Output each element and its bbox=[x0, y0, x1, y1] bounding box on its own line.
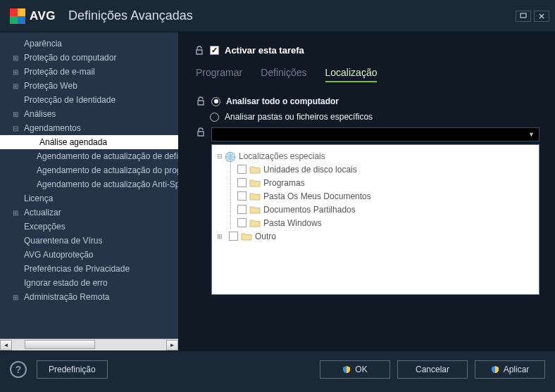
folder-icon bbox=[249, 165, 261, 175]
sidebar-item[interactable]: ⊞AVG Autoproteção bbox=[0, 248, 178, 262]
location-item[interactable]: Unidades de disco locais bbox=[215, 163, 536, 176]
location-label: Documentos Partilhados bbox=[263, 205, 356, 215]
location-item[interactable]: Documentos Partilhados bbox=[215, 203, 536, 216]
shield-icon bbox=[342, 365, 351, 374]
expand-icon[interactable]: ⊞ bbox=[11, 53, 20, 62]
location-item[interactable]: Pasta Os Meus Documentos bbox=[215, 189, 536, 203]
locations-panel: ⊟Localizações especiaisUnidades de disco… bbox=[211, 144, 540, 295]
ok-button[interactable]: OK bbox=[320, 360, 390, 379]
sidebar-item[interactable]: ⊞Excepções bbox=[0, 220, 178, 234]
tree-line bbox=[225, 163, 237, 176]
radio-whole-computer[interactable] bbox=[211, 97, 220, 106]
sidebar-item[interactable]: ⊞Proteção do computador bbox=[0, 51, 178, 65]
path-combo[interactable]: ▼ bbox=[211, 127, 540, 141]
sidebar-item[interactable]: ⊞Protecção de Identidade bbox=[0, 93, 178, 107]
tab[interactable]: Localização bbox=[325, 67, 378, 82]
activate-checkbox[interactable]: ✓ bbox=[210, 46, 219, 55]
expand-icon[interactable]: ⊞ bbox=[11, 110, 20, 118]
folder-icon bbox=[249, 191, 261, 201]
sidebar-item-label: Administração Remota bbox=[24, 292, 109, 302]
sidebar-item[interactable]: ⊞Proteção Web bbox=[0, 79, 178, 93]
sidebar-item[interactable]: ⊞Actualizar bbox=[0, 206, 178, 220]
location-root[interactable]: ⊟Localizações especiais bbox=[215, 149, 536, 163]
svg-rect-4 bbox=[520, 13, 526, 18]
tab[interactable]: Programar bbox=[196, 67, 242, 82]
location-item[interactable]: Programas bbox=[215, 176, 536, 189]
expand-icon[interactable]: ⊞ bbox=[11, 293, 20, 301]
avg-logo-icon bbox=[10, 8, 25, 24]
location-checkbox[interactable] bbox=[237, 191, 247, 201]
logo: AVG bbox=[10, 8, 56, 24]
apply-button-label: Aplicar bbox=[504, 365, 530, 374]
expand-icon[interactable]: ⊞ bbox=[11, 208, 20, 217]
sidebar-item[interactable]: ⊞Licença bbox=[0, 191, 178, 206]
tab[interactable]: Definições bbox=[261, 67, 306, 82]
location-label: Outro bbox=[255, 232, 276, 241]
location-checkbox[interactable] bbox=[237, 165, 247, 174]
settings-tree: ⊞Aparência⊞Proteção do computador⊞Proteç… bbox=[0, 32, 178, 339]
tree-line bbox=[225, 203, 237, 216]
sidebar-item-label: Ignorar estado de erro bbox=[24, 278, 108, 288]
sidebar-item[interactable]: ⊞Agendamento de actualização do programa bbox=[0, 163, 178, 177]
location-checkbox[interactable] bbox=[237, 205, 247, 214]
tree-line bbox=[225, 176, 237, 189]
sidebar-item[interactable]: ⊞Proteção de e-mail bbox=[0, 65, 178, 79]
tabs: ProgramarDefiniçõesLocalização bbox=[194, 67, 540, 82]
scroll-left-arrow[interactable]: ◄ bbox=[0, 340, 12, 350]
lock-icon bbox=[196, 127, 206, 137]
location-other[interactable]: ⊞Outro bbox=[215, 229, 536, 243]
sidebar-item-label: Agendamento de actualização Anti-Spam bbox=[37, 179, 178, 189]
collapse-icon[interactable]: ⊟ bbox=[11, 124, 20, 132]
scroll-thumb[interactable] bbox=[25, 340, 95, 349]
footer: ? Predefinição OK Cancelar Aplicar bbox=[0, 350, 555, 387]
folder-icon bbox=[249, 205, 261, 215]
svg-rect-1 bbox=[18, 8, 25, 16]
sidebar-hscroll[interactable]: ◄ ► bbox=[0, 339, 178, 350]
sidebar-item[interactable]: ⊞Agendamento de actualização Anti-Spam bbox=[0, 177, 178, 191]
radio-specific-folders-label: Analisar pastas ou ficheiros específicos bbox=[225, 112, 373, 122]
folder-icon bbox=[241, 232, 252, 241]
apply-button[interactable]: Aplicar bbox=[475, 360, 545, 379]
sidebar-item[interactable]: ⊞Administração Remota bbox=[0, 290, 178, 304]
location-checkbox[interactable] bbox=[229, 232, 238, 241]
sidebar-item[interactable]: ⊞Análise agendada bbox=[0, 135, 178, 149]
sidebar-item-label: Proteção do computador bbox=[24, 53, 116, 63]
sidebar-item[interactable]: ⊟Agendamentos bbox=[0, 121, 178, 135]
scroll-track[interactable] bbox=[12, 340, 166, 350]
title-bar: AVG Definições Avançadas bbox=[0, 0, 555, 32]
expand-icon[interactable]: ⊞ bbox=[11, 82, 20, 90]
location-label: Unidades de disco locais bbox=[263, 165, 357, 175]
preset-button[interactable]: Predefinição bbox=[37, 360, 108, 379]
sidebar-item[interactable]: ⊞Ignorar estado de erro bbox=[0, 276, 178, 290]
sidebar-item[interactable]: ⊞Agendamento de actualização de definiçõ… bbox=[0, 149, 178, 163]
close-button[interactable] bbox=[534, 11, 549, 22]
radio-specific-folders[interactable] bbox=[210, 113, 219, 122]
help-button[interactable]: ? bbox=[10, 361, 27, 378]
sidebar-item-label: Agendamento de actualização do programa bbox=[37, 165, 178, 175]
sidebar-item[interactable]: ⊞Quarentena de Vírus bbox=[0, 234, 178, 248]
tree-line bbox=[225, 216, 237, 229]
svg-rect-0 bbox=[10, 8, 18, 16]
location-label: Programas bbox=[263, 178, 305, 188]
sidebar-item[interactable]: ⊞Análises bbox=[0, 107, 178, 121]
content-panel: ✓ Activar esta tarefa ProgramarDefiniçõe… bbox=[179, 32, 555, 350]
activate-label: Activar esta tarefa bbox=[225, 45, 304, 56]
sidebar-item-label: Quarentena de Vírus bbox=[24, 236, 102, 246]
location-checkbox[interactable] bbox=[237, 178, 247, 187]
minimize-button[interactable] bbox=[516, 11, 531, 22]
collapse-icon[interactable]: ⊟ bbox=[215, 153, 225, 160]
location-label: Pasta Os Meus Documentos bbox=[263, 191, 371, 201]
sidebar-item[interactable]: ⊞Preferências de Privacidade bbox=[0, 262, 178, 276]
expand-icon[interactable]: ⊞ bbox=[11, 68, 20, 76]
ok-button-label: OK bbox=[355, 365, 367, 374]
expand-icon[interactable]: ⊞ bbox=[215, 233, 225, 240]
sidebar-item-label: Protecção de Identidade bbox=[24, 95, 116, 105]
sidebar-item-label: Licença bbox=[24, 194, 53, 203]
radio-whole-computer-label: Analisar todo o computador bbox=[226, 96, 339, 106]
location-checkbox[interactable] bbox=[237, 218, 247, 227]
scroll-right-arrow[interactable]: ► bbox=[166, 340, 178, 350]
sidebar-item[interactable]: ⊞Aparência bbox=[0, 37, 178, 51]
location-item[interactable]: Pasta Windows bbox=[215, 216, 536, 229]
globe-icon bbox=[225, 151, 236, 161]
cancel-button[interactable]: Cancelar bbox=[397, 360, 468, 379]
